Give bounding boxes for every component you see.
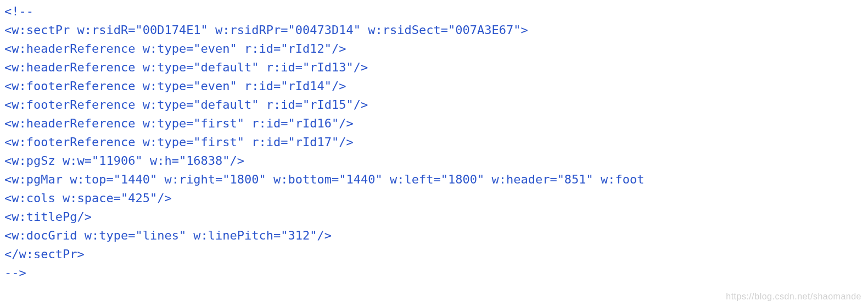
code-line: <w:docGrid w:type="lines" w:linePitch="3… <box>4 229 332 242</box>
code-line: <w:pgMar w:top="1440" w:right="1800" w:b… <box>4 173 645 186</box>
code-line: <w:footerReference w:type="first" r:id="… <box>4 135 354 149</box>
code-line: <w:pgSz w:w="11906" w:h="16838"/> <box>4 154 244 168</box>
code-line: <w:sectPr w:rsidR="00D174E1" w:rsidRPr="… <box>4 23 528 37</box>
code-line: <w:headerReference w:type="default" r:id… <box>4 60 368 74</box>
code-line: <w:footerReference w:type="even" r:id="r… <box>4 79 346 93</box>
watermark-text: https://blog.csdn.net/shaomande <box>726 292 861 302</box>
code-line: <w:footerReference w:type="default" r:id… <box>4 98 368 112</box>
code-line: <!-- <box>4 4 33 18</box>
xml-code-block: <!-- <w:sectPr w:rsidR="00D174E1" w:rsid… <box>0 0 868 285</box>
code-line: <w:titlePg/> <box>4 210 92 224</box>
code-line: <w:headerReference w:type="even" r:id="r… <box>4 42 346 55</box>
code-line: </w:sectPr> <box>4 247 85 261</box>
code-line: --> <box>4 266 26 280</box>
code-line: <w:cols w:space="425"/> <box>4 191 172 205</box>
code-line: <w:headerReference w:type="first" r:id="… <box>4 116 354 130</box>
